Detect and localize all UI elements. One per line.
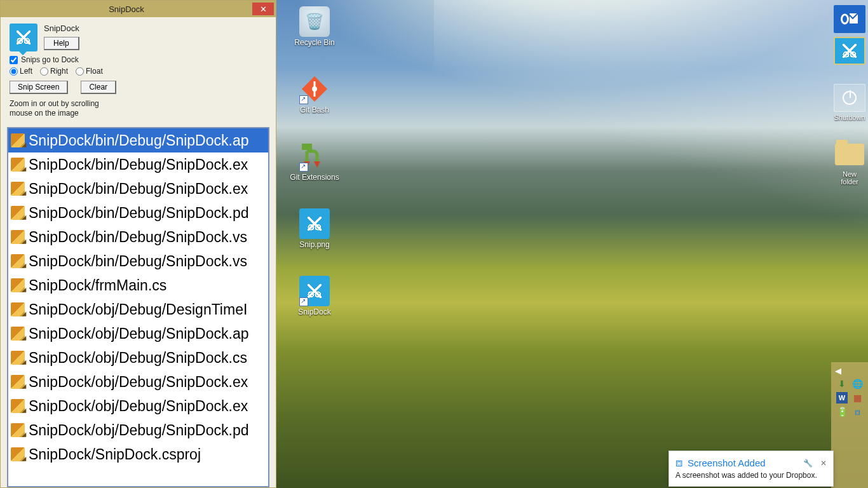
svg-rect-5: [302, 144, 312, 150]
dock-checkbox-label: Snips go to Dock: [21, 55, 79, 64]
tray-idm-icon[interactable]: ⬇: [836, 378, 848, 390]
app-body: SnipDock Help Snips go to Dock Left Righ…: [1, 17, 276, 127]
close-button[interactable]: ✕: [252, 3, 274, 15]
pencil-icon: [11, 327, 25, 341]
snip-list-row[interactable]: SnipDock/obj/Debug/DesignTimeI: [8, 297, 268, 322]
pencil-icon: [11, 447, 25, 461]
shortcut-badge-icon: [299, 95, 308, 104]
snip-list-row-text: SnipDock/SnipDock.csproj: [29, 446, 201, 463]
snip-list-row[interactable]: SnipDock/obj/Debug/SnipDock.pd: [8, 418, 268, 442]
help-button[interactable]: Help: [44, 37, 79, 50]
toast-settings-icon[interactable]: 🔧: [803, 459, 813, 468]
desktop-icon-git-extensions[interactable]: Git Extensions: [289, 141, 340, 182]
snip-list-row[interactable]: SnipDock/obj/Debug/SnipDock.ex: [8, 394, 268, 418]
pencil-icon: [11, 230, 25, 244]
clear-button[interactable]: Clear: [81, 81, 116, 94]
dock-tile-label: Shutdown: [834, 114, 865, 121]
snip-list-row-text: SnipDock/bin/Debug/SnipDock.ex: [29, 180, 248, 198]
snip-list-row-text: SnipDock/bin/Debug/SnipDock.vs: [29, 229, 247, 246]
snip-list-row-text: SnipDock/frmMain.cs: [29, 277, 166, 294]
dock-tile-shutdown[interactable]: [834, 84, 865, 112]
dock-tile-new-folder[interactable]: [834, 140, 865, 168]
tray-battery-icon[interactable]: 🔋: [836, 406, 848, 417]
tray-row: ⬇ 🌐: [836, 378, 863, 390]
pencil-icon: [11, 158, 25, 172]
dropbox-toast: ⧈ Screenshot Added 🔧 ✕ A screenshot was …: [668, 451, 834, 487]
desktop-icon-label: Git Extensions: [290, 173, 339, 182]
snip-list-row-text: SnipDock/bin/Debug/SnipDock.pd: [29, 205, 248, 222]
snip-list-row-text: SnipDock/obj/Debug/SnipDock.ex: [29, 398, 248, 415]
wallpaper-light: [434, 0, 868, 267]
snip-list-row-text: SnipDock/obj/Debug/SnipDock.ex: [29, 374, 248, 391]
desktop-icon-label: SnipDock: [298, 308, 330, 316]
pencil-icon: [11, 399, 25, 413]
snip-list-row-text: SnipDock/obj/Debug/SnipDock.ap: [29, 325, 248, 342]
snip-list-row[interactable]: SnipDock/bin/Debug/SnipDock.vs: [8, 225, 268, 249]
radio-float[interactable]: Float: [76, 67, 103, 76]
dock-checkbox[interactable]: [10, 56, 18, 64]
toast-close-icon[interactable]: ✕: [820, 459, 827, 468]
position-radio-group: Left Right Float: [10, 67, 267, 76]
pencil-icon: [11, 302, 25, 316]
folder-icon: [835, 144, 864, 165]
dock-tile-outlook[interactable]: [834, 5, 865, 33]
snip-list-row-text: SnipDock/obj/Debug/DesignTimeI: [29, 301, 247, 318]
git-extensions-icon: [299, 141, 330, 172]
desktop-icon-label: Snip.png: [299, 240, 329, 249]
snip-list-row[interactable]: SnipDock/bin/Debug/SnipDock.vs: [8, 249, 268, 273]
snip-list-row[interactable]: SnipDock/bin/Debug/SnipDock.ex: [8, 152, 268, 177]
snip-list-row[interactable]: SnipDock/obj/Debug/SnipDock.ap: [8, 322, 268, 346]
app-name-label: SnipDock: [44, 24, 79, 33]
snip-list-row-text: SnipDock/obj/Debug/SnipDock.cs: [29, 349, 247, 367]
snip-list-row[interactable]: SnipDock/bin/Debug/SnipDock.ap: [8, 128, 268, 152]
radio-right[interactable]: Right: [40, 67, 68, 76]
shortcut-badge-icon: [299, 163, 308, 172]
snip-list-row-text: SnipDock/bin/Debug/SnipDock.ex: [29, 156, 248, 173]
snipdock-app-icon: [299, 276, 330, 306]
desktop-icon-git-bash[interactable]: Git Bash: [289, 74, 340, 114]
dock-tile-snipdock[interactable]: [834, 37, 865, 65]
pencil-icon: [11, 182, 25, 196]
snip-list-row[interactable]: SnipDock/obj/Debug/SnipDock.ex: [8, 370, 268, 394]
snip-list-row[interactable]: SnipDock/SnipDock.csproj: [8, 442, 268, 466]
desktop-icons-column: 🗑️ Recycle Bin Git Bash Git Extensions S…: [289, 6, 340, 316]
tray-row: 🔋 ⧈: [836, 406, 863, 417]
desktop-icon-snip-png[interactable]: Snip.png: [289, 208, 340, 249]
snip-list-row[interactable]: SnipDock/bin/Debug/SnipDock.ex: [8, 177, 268, 201]
snip-image-icon: [299, 208, 330, 239]
snipdock-window: SnipDock ✕ SnipDock Help Snips go to Doc…: [0, 0, 276, 488]
tray-app-icon[interactable]: ▦: [851, 392, 863, 403]
dock-checkbox-row[interactable]: Snips go to Dock: [10, 55, 267, 64]
tray-word-icon[interactable]: W: [836, 392, 848, 403]
shutdown-icon: [843, 91, 857, 105]
tray-dropbox-icon[interactable]: ⧈: [851, 406, 863, 417]
app-logo-icon: [10, 24, 37, 51]
snip-list-panel[interactable]: SnipDock/bin/Debug/SnipDock.apSnipDock/b…: [7, 127, 269, 487]
desktop-icon-recycle-bin[interactable]: 🗑️ Recycle Bin: [289, 6, 340, 47]
pencil-icon: [11, 423, 25, 437]
pencil-icon: [11, 133, 25, 147]
tray-overflow-arrow-icon[interactable]: ◀: [835, 366, 841, 376]
shortcut-badge-icon: [299, 297, 308, 306]
close-icon: ✕: [260, 4, 267, 14]
titlebar[interactable]: SnipDock ✕: [1, 1, 276, 17]
pencil-icon: [11, 278, 25, 292]
right-dock: Shutdown New folder: [831, 0, 868, 196]
desktop-icon-snipdock[interactable]: SnipDock: [289, 276, 340, 316]
svg-marker-4: [314, 161, 320, 168]
snip-list-row-text: SnipDock/bin/Debug/SnipDock.ap: [29, 132, 248, 149]
snip-screen-button[interactable]: Snip Screen: [10, 81, 68, 94]
recycle-bin-icon: 🗑️: [299, 6, 330, 37]
tray-network-icon[interactable]: 🌐: [851, 378, 863, 390]
snip-list-row[interactable]: SnipDock/bin/Debug/SnipDock.pd: [8, 201, 268, 225]
git-bash-icon: [299, 74, 330, 104]
snip-list-row[interactable]: SnipDock/frmMain.cs: [8, 273, 268, 297]
dock-tile-label: New folder: [834, 170, 865, 186]
toast-title: Screenshot Added: [688, 458, 796, 468]
zoom-hint-text: Zoom in or out by scrolling mouse on the…: [10, 99, 111, 118]
radio-left[interactable]: Left: [10, 67, 32, 76]
pencil-icon: [11, 254, 25, 268]
taskbar: ◀ ⬇ 🌐 W ▦ 🔋 ⧈: [831, 362, 868, 488]
snip-list-row[interactable]: SnipDock/obj/Debug/SnipDock.cs: [8, 346, 268, 370]
dropbox-icon: ⧈: [675, 456, 682, 470]
